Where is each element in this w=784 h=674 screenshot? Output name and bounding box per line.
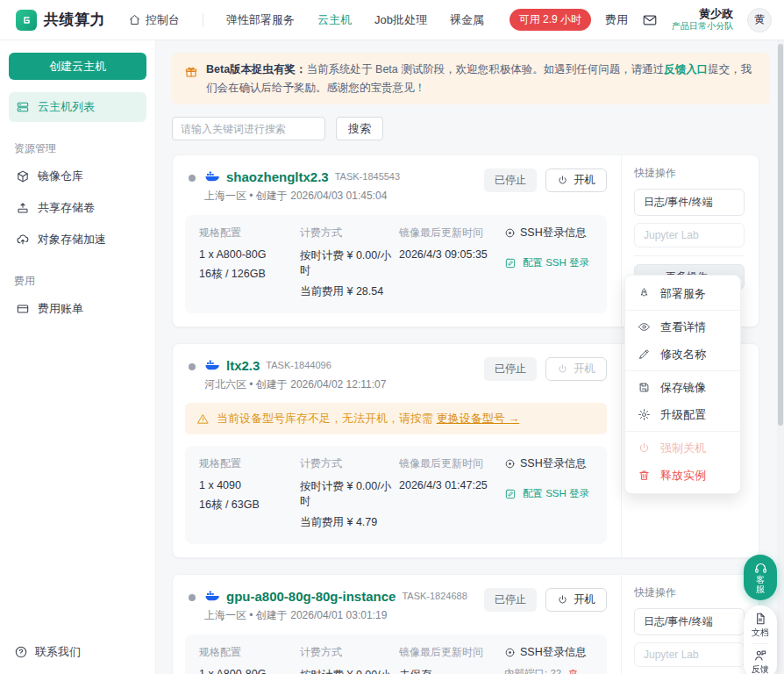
jupyter-button[interactable]: Jupyter Lab: [634, 223, 745, 247]
beta-banner-text: Beta版本捉虫有奖：当前系统处于 Beta 测试阶段，欢迎您积极体验。如遇到任…: [206, 61, 758, 97]
beta-banner: Beta版本捉虫有奖：当前系统处于 Beta 测试阶段，欢迎您积极体验。如遇到任…: [172, 53, 770, 104]
configure-ssh-link[interactable]: 配置 SSH 登录: [504, 256, 593, 269]
log-terminal-button[interactable]: 日志/事件/终端: [634, 608, 745, 635]
sidebar: 创建云主机 云主机列表 资源管理 镜像仓库 共享存储卷 对象存储加速 费用 费用…: [0, 40, 156, 674]
nav-cloud-host[interactable]: 云主机: [317, 12, 352, 28]
divider: [625, 310, 740, 311]
quick-actions-panel: 快捷操作 日志/事件/终端 Jupyter Lab VS Code ··· 更多…: [622, 575, 759, 674]
brand-logo[interactable]: 共绩算力: [16, 10, 105, 31]
gear-icon: [638, 408, 651, 421]
divider: [625, 370, 740, 371]
mail-icon[interactable]: [642, 12, 658, 28]
scrollbar-thumb[interactable]: [778, 44, 783, 426]
status-dot: [189, 175, 196, 182]
gift-icon: [184, 62, 198, 97]
task-id: TASK-1845543: [335, 171, 400, 182]
nav-console[interactable]: 控制台: [128, 12, 180, 28]
quick-actions-panel: 快捷操作 日志/事件/终端 Jupyter Lab ··· 更多操作 部署服务 …: [622, 155, 759, 326]
pencil-icon: [638, 348, 651, 361]
status-badge: 已停止: [484, 588, 537, 612]
server-icon: [16, 100, 30, 114]
menu-force-shutdown[interactable]: 强制关机: [625, 434, 740, 462]
collapse-caret[interactable]: ▼: [762, 664, 770, 673]
ssh-info: SSH登录信息: [504, 645, 593, 660]
customer-service-label: 客服: [755, 576, 766, 594]
image-updated-time: 未保存: [399, 668, 504, 674]
section-resource-management: 资源管理: [14, 141, 146, 156]
sidebar-item-host-list[interactable]: 云主机列表: [9, 92, 146, 122]
log-terminal-button[interactable]: 日志/事件/终端: [634, 189, 745, 216]
sidebar-item-fee-bill[interactable]: 费用账单: [9, 294, 146, 324]
instance-name: gpu-a800-80g-80g-instance: [226, 589, 396, 604]
search-button[interactable]: 搜索: [336, 117, 383, 140]
avatar[interactable]: 黄: [747, 8, 772, 32]
bill-icon: [16, 302, 30, 316]
target-icon: [504, 227, 516, 239]
section-fee: 费用: [14, 274, 146, 289]
nav-elastic-deploy[interactable]: 弹性部署服务: [226, 12, 295, 28]
instance-meta: 河北六区 • 创建于 2026/04/02 12:11:07: [204, 377, 484, 392]
power-icon: [557, 175, 568, 186]
save-icon: [638, 381, 651, 394]
sidebar-item-shared-volume[interactable]: 共享存储卷: [9, 193, 146, 223]
nav-job-batch[interactable]: Job批处理: [374, 12, 427, 28]
docs-button[interactable]: 文档: [752, 612, 769, 639]
rocket-icon: [638, 287, 651, 300]
menu-upgrade-config[interactable]: 升级配置: [625, 401, 740, 428]
configure-ssh-link[interactable]: 配置 SSH 登录: [504, 487, 593, 500]
divider: [634, 255, 745, 256]
spec-box: 规格配置 1 x A800-80G 16核 / 126GB 计费方式 按时计费 …: [185, 635, 607, 674]
gpu-spec: 1 x A800-80G: [199, 248, 300, 261]
contact-us[interactable]: 联系我们: [14, 644, 81, 660]
status-badge: 已停止: [484, 168, 537, 192]
change-device-link[interactable]: 更换设备型号 →: [437, 412, 520, 425]
instance-name: ltx2.3: [226, 358, 260, 373]
ssh-info: SSH登录信息: [504, 456, 593, 471]
status-dot: [189, 363, 196, 370]
docker-icon: [204, 588, 220, 604]
power-on-button[interactable]: 开机: [545, 588, 607, 612]
power-on-button[interactable]: 开机: [545, 168, 607, 192]
menu-deploy-service[interactable]: 部署服务: [625, 280, 740, 307]
customer-service-button[interactable]: 客服: [744, 555, 777, 600]
sidebar-item-object-storage[interactable]: 对象存储加速: [9, 225, 146, 255]
instance-meta: 上海一区 • 创建于 2026/04/01 03:01:19: [204, 608, 484, 623]
spec-box: 规格配置 1 x A800-80G 16核 / 126GB 计费方式 按时计费 …: [185, 215, 607, 313]
instance-card-3: gpu-a800-80g-80g-instance TASK-1824688 上…: [172, 574, 759, 674]
power-on-button-disabled[interactable]: 开机: [545, 357, 607, 381]
warning-icon: [196, 412, 210, 426]
delete-port-icon[interactable]: [567, 668, 579, 674]
power-off-icon: [638, 441, 651, 455]
divider: [752, 643, 768, 644]
menu-view-detail[interactable]: 查看详情: [625, 313, 740, 341]
cloud-icon: [16, 233, 30, 247]
power-icon: [557, 363, 568, 375]
power-icon: [557, 594, 568, 606]
menu-save-image[interactable]: 保存镜像: [625, 374, 740, 401]
top-nav: 共绩算力 控制台 弹性部署服务 云主机 Job批处理 裸金属 可用 2.9 小时…: [0, 0, 784, 40]
cpu-spec: 16核 / 63GB: [199, 498, 300, 513]
brand-logo-icon: [16, 10, 37, 31]
brand-name: 共绩算力: [44, 10, 105, 30]
eye-icon: [638, 320, 651, 333]
search-input[interactable]: [172, 117, 325, 140]
feedback-entry-link[interactable]: 反馈入口: [664, 63, 708, 75]
home-icon: [128, 13, 141, 26]
task-id: TASK-1824688: [402, 591, 467, 601]
user-info[interactable]: 黄少政 产品日常小分队: [672, 7, 733, 32]
jupyter-button[interactable]: Jupyter Lab: [634, 642, 745, 667]
quota-badge[interactable]: 可用 2.9 小时: [510, 9, 591, 31]
create-host-button[interactable]: 创建云主机: [9, 53, 146, 80]
nav-bare-metal[interactable]: 裸金属: [450, 12, 484, 28]
nav-billing[interactable]: 费用: [605, 12, 628, 28]
menu-release-instance[interactable]: 释放实例: [625, 462, 740, 489]
trash-icon: [638, 469, 651, 482]
menu-rename[interactable]: 修改名称: [625, 341, 740, 368]
edit-icon: [504, 257, 517, 269]
docker-icon: [204, 357, 220, 373]
sidebar-item-image-repo[interactable]: 镜像仓库: [9, 161, 146, 191]
user-team: 产品日常小分队: [672, 21, 733, 32]
gpu-spec: 1 x 4090: [199, 479, 300, 491]
status-badge: 已停止: [484, 357, 537, 381]
docker-icon: [204, 168, 220, 184]
